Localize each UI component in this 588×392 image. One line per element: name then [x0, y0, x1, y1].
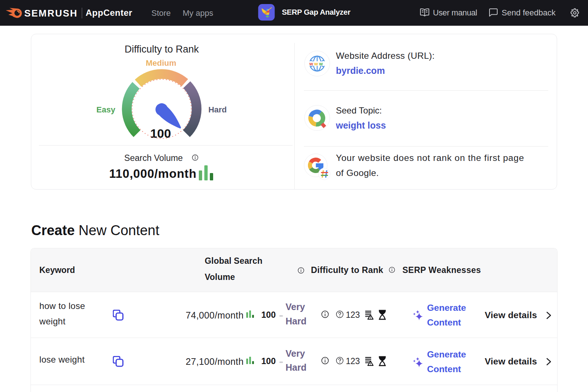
svg-text:w: w [319, 61, 323, 66]
svg-text:w: w [309, 61, 313, 66]
svg-text:w: w [314, 61, 318, 66]
